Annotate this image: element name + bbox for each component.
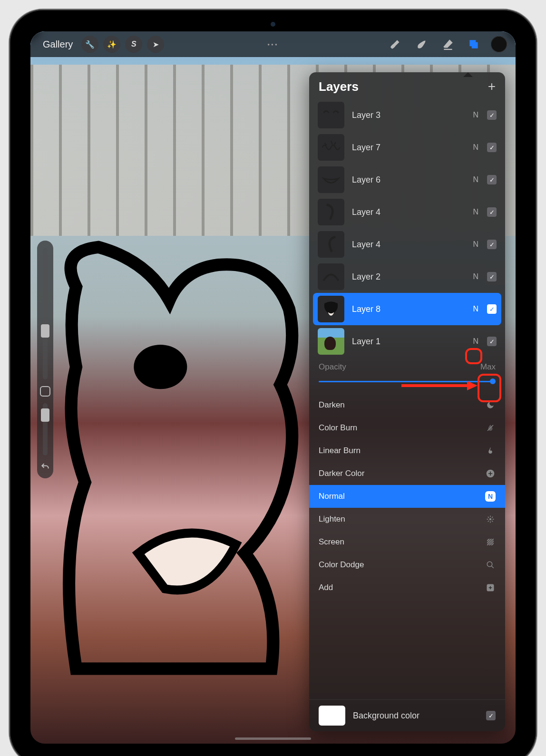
- eraser-tool[interactable]: [438, 34, 458, 55]
- blend-mode-label: Color Dodge: [319, 560, 364, 570]
- layer-thumbnail: [318, 199, 344, 225]
- opacity-value: Max: [480, 362, 496, 372]
- add-layer-button[interactable]: +: [488, 79, 496, 94]
- layer-visibility-checkbox[interactable]: ✓: [487, 207, 497, 217]
- transform-button[interactable]: ➤: [147, 36, 164, 53]
- layer-visibility-checkbox[interactable]: ✓: [487, 337, 497, 346]
- layer-blend-letter[interactable]: N: [471, 271, 480, 282]
- blend-mode-label: Normal: [319, 492, 345, 501]
- blend-mode-row[interactable]: NormalN: [309, 485, 505, 508]
- undo-button[interactable]: [40, 462, 50, 474]
- blend-mode-row[interactable]: Screen: [309, 531, 505, 553]
- opacity-label: Opacity: [319, 362, 346, 372]
- layer-visibility-checkbox[interactable]: ✓: [487, 110, 497, 120]
- smudge-tool[interactable]: [412, 34, 433, 55]
- layer-row[interactable]: Layer 4N✓: [313, 196, 501, 228]
- screen: Gallery 🔧 ✨ S ➤ ●●● Layers + L: [30, 31, 516, 744]
- lens-icon: [485, 560, 496, 570]
- moon-icon: [485, 400, 496, 410]
- layer-row[interactable]: Layer 3N✓: [313, 99, 501, 131]
- layer-blend-letter[interactable]: N: [471, 142, 480, 153]
- brush-tool[interactable]: [386, 34, 407, 55]
- layer-row[interactable]: Layer 8N✓: [313, 293, 501, 325]
- color-picker[interactable]: [491, 36, 507, 52]
- blend-mode-row[interactable]: Add: [309, 576, 505, 599]
- layer-row[interactable]: Layer 1N✓: [313, 325, 501, 358]
- gallery-button[interactable]: Gallery: [39, 37, 77, 52]
- dog-sketch: [49, 212, 316, 744]
- layer-name-label: Layer 1: [352, 337, 464, 347]
- layer-row[interactable]: Layer 2N✓: [313, 261, 501, 293]
- adjustments-button[interactable]: ✨: [103, 36, 120, 53]
- layer-thumbnail: [318, 296, 344, 322]
- layer-blend-letter[interactable]: N: [471, 174, 480, 185]
- layer-thumbnail: [318, 134, 344, 161]
- opacity-label-row: Opacity Max: [309, 358, 505, 375]
- layers-panel-title: Layers: [319, 79, 359, 94]
- blend-mode-row[interactable]: Color Dodge: [309, 553, 505, 576]
- wand-icon: ✨: [107, 40, 117, 49]
- blend-mode-label: Darker Color: [319, 469, 364, 478]
- blend-mode-label: Linear Burn: [319, 446, 361, 456]
- cursor-icon: ➤: [153, 40, 159, 49]
- layer-thumbnail: [318, 263, 344, 290]
- layer-blend-letter[interactable]: N: [471, 304, 480, 314]
- layer-name-label: Layer 7: [352, 143, 464, 153]
- blend-mode-label: Screen: [319, 537, 344, 547]
- n-badge-icon: N: [485, 491, 496, 502]
- layer-visibility-checkbox[interactable]: ✓: [487, 240, 497, 249]
- wrench-icon: 🔧: [85, 40, 95, 49]
- layer-row[interactable]: Layer 4N✓: [313, 228, 501, 261]
- actions-button[interactable]: 🔧: [81, 36, 98, 53]
- layer-visibility-checkbox[interactable]: ✓: [487, 143, 497, 152]
- blend-mode-row[interactable]: Linear Burn: [309, 439, 505, 462]
- ipad-device-frame: Gallery 🔧 ✨ S ➤ ●●● Layers + L: [10, 10, 536, 756]
- background-visibility-checkbox[interactable]: ✓: [486, 711, 496, 720]
- svg-line-14: [491, 566, 494, 568]
- svg-line-9: [492, 521, 493, 522]
- layer-visibility-checkbox[interactable]: ✓: [487, 175, 497, 184]
- opacity-slider[interactable]: [319, 376, 496, 387]
- layer-thumbnail: [318, 166, 344, 193]
- blend-mode-label: Lighten: [319, 514, 345, 524]
- blend-mode-list: DarkenColor BurnLinear BurnDarker ColorN…: [309, 392, 505, 699]
- layer-row[interactable]: Layer 7N✓: [313, 131, 501, 164]
- layer-name-label: Layer 4: [352, 240, 464, 250]
- layer-visibility-checkbox[interactable]: ✓: [487, 304, 497, 314]
- layer-blend-letter[interactable]: N: [471, 110, 480, 120]
- layer-name-label: Layer 4: [352, 207, 464, 217]
- top-toolbar: Gallery 🔧 ✨ S ➤ ●●●: [30, 31, 516, 57]
- layer-name-label: Layer 2: [352, 272, 464, 282]
- brush-opacity-slider[interactable]: [43, 403, 48, 456]
- flame-icon: [485, 446, 496, 456]
- layer-blend-letter[interactable]: N: [471, 239, 480, 250]
- blend-mode-label: Darken: [319, 400, 345, 410]
- home-indicator[interactable]: [235, 737, 311, 740]
- blend-mode-row[interactable]: Darker Color: [309, 462, 505, 485]
- svg-point-3: [489, 518, 492, 521]
- brush-size-slider[interactable]: [43, 248, 48, 379]
- blend-mode-row[interactable]: Color Burn: [309, 417, 505, 439]
- layers-tool[interactable]: [463, 34, 484, 55]
- background-label: Background color: [353, 711, 486, 721]
- hatch-icon: [485, 537, 496, 547]
- background-color-swatch[interactable]: [319, 706, 345, 726]
- layer-blend-letter[interactable]: N: [471, 207, 480, 217]
- layer-row[interactable]: Layer 6N✓: [313, 164, 501, 196]
- layer-name-label: Layer 6: [352, 175, 464, 185]
- layer-thumbnail: [318, 231, 344, 258]
- menu-dots-icon[interactable]: ●●●: [267, 42, 279, 47]
- layers-panel: Layers + Layer 3N✓Layer 7N✓Layer 6N✓Laye…: [309, 72, 505, 731]
- plus-square-icon: [485, 582, 496, 593]
- plus-circle-icon: [485, 468, 496, 479]
- background-layer-row[interactable]: Background color ✓: [309, 699, 505, 731]
- selection-button[interactable]: S: [125, 36, 142, 53]
- modify-button[interactable]: [40, 386, 50, 397]
- blend-mode-row[interactable]: Lighten: [309, 508, 505, 531]
- layer-visibility-checkbox[interactable]: ✓: [487, 272, 497, 281]
- blend-mode-row[interactable]: Darken: [309, 394, 505, 417]
- s-icon: S: [131, 40, 136, 48]
- svg-line-11: [492, 517, 493, 518]
- layer-blend-letter[interactable]: N: [471, 336, 480, 347]
- svg-point-13: [487, 562, 492, 567]
